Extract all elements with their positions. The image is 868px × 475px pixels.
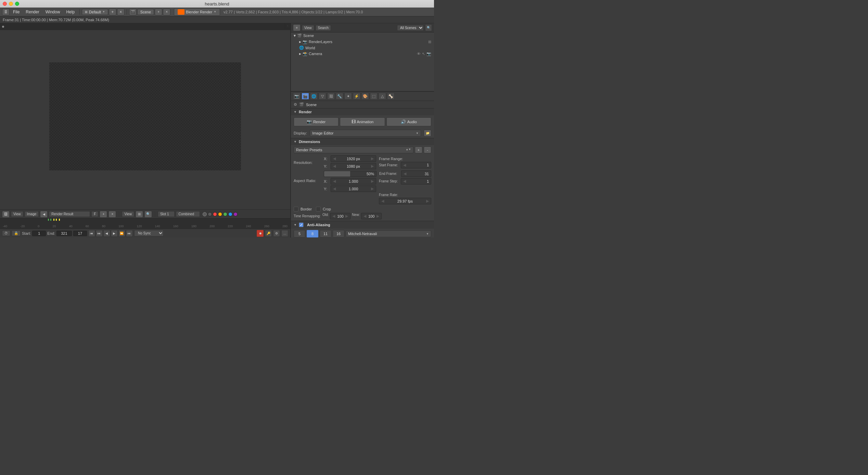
tree-item-renderlayers[interactable]: ▸ 📷 RenderLayers ⊞ bbox=[291, 39, 434, 45]
play-btn[interactable]: ▶ bbox=[111, 230, 118, 237]
dot-5[interactable] bbox=[223, 212, 227, 216]
play-reverse-btn[interactable]: ◀ bbox=[103, 230, 110, 237]
aa-btn-11[interactable]: 11 bbox=[320, 230, 331, 238]
zoom-icon-btn[interactable]: 🔍 bbox=[144, 211, 152, 218]
extra-btn[interactable]: … bbox=[281, 230, 288, 237]
camera-eye-btn[interactable]: 👁 bbox=[417, 52, 421, 56]
jump-start2-btn[interactable]: ⏭ bbox=[96, 230, 103, 237]
aspect-y-field[interactable]: ◀ 1.000 ▶ bbox=[331, 185, 376, 192]
border-checkbox[interactable] bbox=[294, 207, 298, 211]
scene-selector[interactable]: Scene bbox=[137, 9, 154, 15]
menu-file[interactable]: File bbox=[10, 9, 22, 15]
record-btn[interactable]: ⏺ bbox=[257, 230, 264, 237]
workspace-add-btn[interactable]: + bbox=[109, 9, 116, 15]
aa-btn-8[interactable]: 8 bbox=[307, 230, 318, 238]
aa-checkbox[interactable]: ✓ bbox=[299, 222, 304, 227]
search-btn-outliner[interactable]: Search bbox=[316, 25, 331, 31]
camera-render-btn[interactable]: 📷 bbox=[426, 52, 431, 56]
view-menu-btn[interactable]: View bbox=[11, 211, 23, 217]
end-frame-input[interactable] bbox=[56, 231, 72, 236]
img-editor-icon[interactable]: 🖼 bbox=[2, 211, 10, 218]
props-tab-object[interactable]: ▽ bbox=[319, 93, 326, 100]
props-tab-render[interactable]: 📷 bbox=[293, 93, 301, 100]
dot-7[interactable] bbox=[233, 212, 238, 216]
aa-section-header[interactable]: ▼ ✓ Anti-Aliasing bbox=[291, 221, 434, 229]
tree-item-camera[interactable]: ▸ 📸 Camera 👁 ↖ 📷 bbox=[291, 51, 434, 57]
crop-checkbox[interactable] bbox=[316, 207, 321, 211]
dimensions-section-header[interactable]: ▼ Dimensions bbox=[291, 138, 434, 145]
tree-item-world[interactable]: 🌐 World bbox=[291, 45, 434, 51]
props-tab-modifier[interactable]: 🔧 bbox=[336, 93, 343, 100]
jump-start-btn[interactable]: ⏮ bbox=[88, 230, 95, 237]
render-presets-dropdown[interactable]: Render Presets ▲▼ bbox=[294, 146, 413, 153]
start-frame-field[interactable]: ◀ 1 bbox=[401, 162, 431, 168]
frame-step-field[interactable]: ◀ 1 bbox=[401, 178, 431, 184]
dot-3[interactable] bbox=[213, 212, 217, 216]
menu-render[interactable]: Render bbox=[23, 9, 42, 15]
tree-item-scene[interactable]: ▾ 🎬 Scene bbox=[291, 33, 434, 39]
img-prev-btn[interactable]: ◀ bbox=[40, 211, 48, 218]
aa-btn-16[interactable]: 16 bbox=[333, 230, 344, 238]
dot-6[interactable] bbox=[228, 212, 232, 216]
dot-2[interactable] bbox=[208, 212, 212, 216]
menu-window[interactable]: Window bbox=[43, 9, 63, 15]
blender-icon-btn[interactable]: 🎛 bbox=[2, 9, 10, 15]
scene-add-btn[interactable]: + bbox=[155, 9, 162, 15]
timeline-icon-btn[interactable]: ⏱ bbox=[2, 230, 10, 236]
props-tab-physics[interactable]: ⚡ bbox=[353, 93, 360, 100]
image-menu-btn[interactable]: Image bbox=[25, 211, 39, 217]
display-extra-btn[interactable]: 📁 bbox=[424, 130, 431, 137]
scene-icon-btn[interactable]: 🎬 bbox=[129, 9, 137, 15]
combined-select[interactable]: Combined bbox=[176, 211, 200, 217]
workspace-close-btn[interactable]: × bbox=[117, 9, 125, 15]
dot-4[interactable] bbox=[218, 212, 222, 216]
filter-dropdown[interactable]: Mitchell-Netravali ▼ bbox=[346, 230, 431, 237]
next-frame-btn[interactable]: ⏩ bbox=[118, 230, 125, 237]
presets-remove-btn[interactable]: - bbox=[424, 146, 431, 153]
start-frame-input[interactable]: 1 bbox=[32, 231, 46, 236]
outliner-icon-btn[interactable]: ≡ bbox=[293, 24, 301, 31]
props-tab-particles[interactable]: ✦ bbox=[344, 93, 352, 100]
animation-btn[interactable]: 🎞 Animation bbox=[340, 117, 385, 126]
view-btn-outliner[interactable]: View bbox=[302, 25, 314, 31]
f-btn[interactable]: F bbox=[91, 211, 98, 217]
render-section-header[interactable]: ▼ Render bbox=[291, 108, 434, 115]
aa-btn-5[interactable]: 5 bbox=[294, 230, 305, 238]
maximize-button[interactable] bbox=[15, 2, 19, 6]
search-icon-btn[interactable]: 🔍 bbox=[425, 24, 432, 31]
renderlayers-action[interactable]: ⊞ bbox=[428, 40, 431, 44]
slot-select[interactable]: Slot 1 bbox=[158, 211, 175, 217]
props-tab-data[interactable]: △ bbox=[379, 93, 386, 100]
display-dropdown[interactable]: Image Editor ▼ bbox=[310, 130, 421, 137]
camera-cursor-btn[interactable]: ↖ bbox=[422, 52, 425, 56]
res-y-field[interactable]: ◀ 1080 px ▶ bbox=[331, 163, 376, 169]
img-add-btn[interactable]: + bbox=[100, 211, 107, 218]
audio-btn[interactable]: 🔊 Audio bbox=[386, 117, 431, 126]
new-field[interactable]: ◀ 100 ▶ bbox=[361, 213, 382, 219]
current-frame-input[interactable] bbox=[73, 231, 87, 236]
res-x-field[interactable]: ◀ 1920 px ▶ bbox=[331, 155, 376, 162]
lock-btn[interactable]: 🔒 bbox=[12, 230, 21, 236]
view-icon-btn[interactable]: ⊞ bbox=[136, 211, 143, 218]
key-btn[interactable]: 🔑 bbox=[265, 230, 272, 237]
sync-dropdown[interactable]: No Sync bbox=[134, 230, 164, 236]
end-frame-field[interactable]: ◀ 31 bbox=[401, 170, 431, 177]
render-result-select[interactable]: Render Result bbox=[49, 211, 90, 217]
more-btn[interactable]: ⚙ bbox=[273, 230, 280, 237]
old-field[interactable]: ◀ 100 ▶ bbox=[330, 213, 350, 219]
props-tab-material[interactable]: 🎨 bbox=[361, 93, 369, 100]
aspect-x-field[interactable]: ◀ 1.000 ▶ bbox=[331, 178, 376, 184]
props-tab-scene[interactable]: 🎬 bbox=[302, 93, 309, 100]
view2-btn[interactable]: View bbox=[122, 211, 134, 217]
scene-close-btn[interactable]: × bbox=[163, 9, 170, 15]
close-button[interactable] bbox=[3, 2, 7, 6]
props-tab-world[interactable]: 🌐 bbox=[310, 93, 318, 100]
render-btn[interactable]: 📷 Render bbox=[294, 117, 339, 126]
jump-end-btn[interactable]: ⏭ bbox=[126, 230, 133, 237]
menu-help[interactable]: Help bbox=[63, 9, 77, 15]
scene-dropdown[interactable]: All Scenes bbox=[397, 25, 424, 31]
props-tab-bone[interactable]: 🦴 bbox=[387, 93, 395, 100]
workspace-selector[interactable]: ⊞ Default ▼ bbox=[82, 9, 108, 15]
props-tab-texture[interactable]: ⬚ bbox=[370, 93, 378, 100]
frame-rate-field[interactable]: ◀ 29.97 fps ▶ bbox=[379, 198, 431, 204]
